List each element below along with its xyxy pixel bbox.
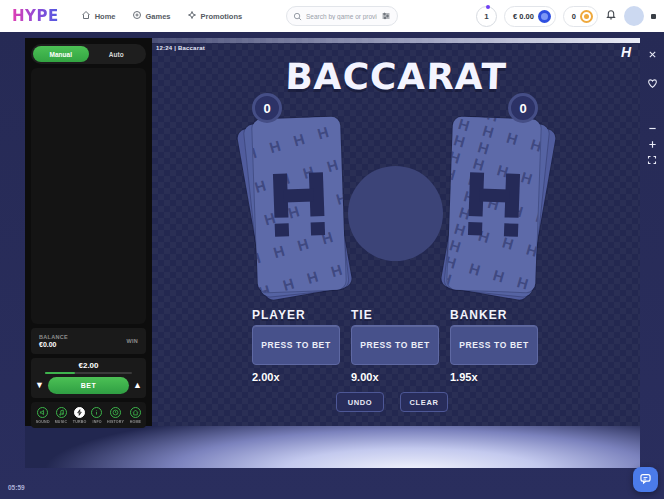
- balance-value: €0.00: [39, 341, 89, 348]
- tie-label: TIE: [351, 308, 439, 322]
- player-label: PLAYER: [252, 308, 340, 322]
- nav-promotions[interactable]: Promotions: [187, 10, 243, 22]
- level-badge[interactable]: 1: [476, 6, 497, 27]
- hype-logo[interactable]: HYPE: [12, 7, 59, 25]
- turbo-toggle[interactable]: TURBO: [72, 407, 87, 424]
- balance-panel: BALANCE €0.00 WIN: [31, 328, 146, 354]
- banker-count-badge: 0: [508, 93, 538, 123]
- zoom-out-button[interactable]: [644, 120, 660, 136]
- balance-label: BALANCE: [39, 334, 89, 340]
- cash-coin-icon: [538, 10, 551, 23]
- cash-balance-value: € 0.00: [513, 12, 534, 21]
- card-h-logo: [273, 172, 325, 238]
- bet-button[interactable]: BET: [48, 377, 129, 394]
- tie-bet-button[interactable]: PRESS TO BET: [351, 325, 439, 365]
- info-button[interactable]: INFO: [91, 407, 102, 424]
- banker-card-stack: H H H H H H H H H H H H H H H H H H H H …: [450, 118, 538, 291]
- close-icon: [648, 47, 657, 62]
- player-multiplier: 2.00x: [252, 371, 340, 383]
- bet-sidebar: Manual Auto BALANCE €0.00 WIN €2.00 ▼: [25, 38, 152, 426]
- player-bet-button[interactable]: PRESS TO BET: [252, 325, 340, 365]
- zoom-in-button[interactable]: [644, 136, 660, 152]
- fullscreen-button[interactable]: [644, 152, 660, 168]
- plus-icon: [648, 137, 657, 152]
- decrease-bet-button[interactable]: ▼: [35, 381, 44, 390]
- player-count-badge: 0: [252, 93, 282, 123]
- nav-home[interactable]: Home: [81, 10, 116, 22]
- bet-amount-panel: €2.00 ▼ BET ▲: [31, 358, 146, 398]
- coin-balance-pill[interactable]: 0: [563, 6, 598, 27]
- coin-balance-value: 0: [572, 12, 576, 21]
- history-icon: [110, 407, 121, 418]
- game-window-toolbar: [643, 46, 661, 168]
- banker-label: BANKER: [450, 308, 538, 322]
- undo-button[interactable]: UNDO: [336, 392, 384, 412]
- mode-tabs: Manual Auto: [31, 44, 146, 64]
- main-nav: Home Games Promotions: [81, 10, 243, 22]
- user-avatar[interactable]: [624, 6, 644, 26]
- win-label: WIN: [126, 338, 138, 344]
- tab-manual[interactable]: Manual: [33, 46, 89, 62]
- session-timer: 05:59: [8, 484, 25, 491]
- music-icon: [56, 407, 67, 418]
- info-icon: [91, 407, 102, 418]
- sparkle-icon: [187, 10, 197, 22]
- profile-menu-dot[interactable]: [651, 14, 656, 19]
- canvas-top-glow: [152, 38, 640, 43]
- card-back: H H H H H H H H H H H H H H H H H H H H …: [447, 117, 541, 293]
- tie-multiplier: 9.00x: [351, 371, 439, 383]
- sound-icon: [37, 407, 48, 418]
- chat-icon: [639, 472, 652, 488]
- player-card-stack: H H H H H H H H H H H H H H H H H H H H …: [255, 118, 343, 291]
- game-canvas: 12:24 | Baccarat H BACCARAT H H H H H H …: [152, 38, 640, 426]
- banker-multiplier: 1.95x: [450, 371, 538, 383]
- minus-icon: [648, 121, 657, 136]
- nav-games[interactable]: Games: [132, 10, 171, 22]
- slider-fill: [45, 372, 75, 374]
- filter-sliders-icon: [381, 7, 391, 25]
- page-background: 12:24 | Baccarat H BACCARAT H H H H H H …: [0, 32, 664, 499]
- bet-amount-slider[interactable]: [45, 372, 132, 374]
- game-controls-row: SOUND MUSIC TURBO INFO HISTORY: [31, 402, 146, 428]
- history-button[interactable]: HISTORY: [106, 407, 125, 424]
- nav-games-label: Games: [146, 12, 171, 21]
- close-game-button[interactable]: [644, 46, 660, 62]
- search-bar[interactable]: [286, 6, 398, 26]
- lobby-home-icon: [130, 407, 141, 418]
- increase-bet-button[interactable]: ▲: [133, 381, 142, 390]
- search-input[interactable]: [306, 13, 377, 20]
- nav-promotions-label: Promotions: [201, 12, 243, 21]
- site-header: HYPE Home Games Promotions 1 € 0.00 0: [0, 0, 664, 32]
- tab-auto[interactable]: Auto: [89, 46, 145, 62]
- bell-icon: [605, 9, 617, 24]
- fullscreen-icon: [647, 153, 657, 168]
- clear-button[interactable]: CLEAR: [400, 392, 448, 412]
- heart-icon: [647, 77, 658, 92]
- notifications-button[interactable]: [605, 9, 617, 24]
- home-icon: [81, 10, 91, 22]
- bet-amount-value: €2.00: [35, 361, 142, 370]
- home-button[interactable]: HOME: [129, 407, 142, 424]
- header-right-cluster: 1 € 0.00 0: [476, 0, 656, 32]
- game-bottom-glow: [25, 426, 640, 468]
- center-table-circle: [348, 166, 443, 261]
- sound-toggle[interactable]: SOUND: [35, 407, 50, 424]
- gold-coin-icon: [580, 10, 593, 23]
- level-notification-dot: [486, 5, 490, 9]
- turbo-icon: [74, 407, 85, 418]
- game-clock-title: 12:24 | Baccarat: [156, 45, 205, 51]
- game-title: BACCARAT: [151, 56, 640, 97]
- game-frame: 12:24 | Baccarat H BACCARAT H H H H H H …: [25, 38, 640, 468]
- chat-button[interactable]: [633, 467, 658, 492]
- sidebar-body-panel: [31, 68, 146, 324]
- gamepad-icon: [132, 10, 142, 22]
- level-value: 1: [484, 12, 488, 21]
- search-icon: [293, 7, 302, 25]
- favorite-game-button[interactable]: [644, 76, 660, 92]
- banker-bet-button[interactable]: PRESS TO BET: [450, 325, 538, 365]
- nav-home-label: Home: [95, 12, 116, 21]
- cash-balance-pill[interactable]: € 0.00: [504, 6, 556, 27]
- music-toggle[interactable]: MUSIC: [54, 407, 68, 424]
- card-h-logo: [468, 172, 520, 238]
- card-back: H H H H H H H H H H H H H H H H H H H H …: [252, 117, 346, 293]
